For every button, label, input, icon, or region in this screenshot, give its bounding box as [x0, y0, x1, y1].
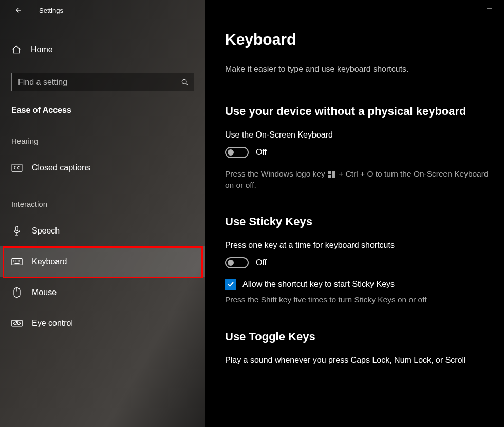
- page-title: Keyboard: [225, 31, 494, 48]
- page-subtitle: Make it easier to type and use keyboard …: [225, 65, 494, 74]
- section-heading-toggle: Use Toggle Keys: [225, 330, 494, 343]
- nav-label: Mouse: [32, 288, 57, 297]
- sticky-shortcut-label: Allow the shortcut key to start Sticky K…: [242, 280, 395, 289]
- eye-control-icon: [11, 319, 23, 328]
- home-label: Home: [31, 45, 53, 54]
- keyboard-icon: [11, 258, 23, 266]
- nav-label: Eye control: [32, 319, 73, 328]
- nav-eye-control[interactable]: Eye control: [0, 308, 206, 339]
- toggle-knob: [228, 149, 234, 156]
- sticky-keys-toggle[interactable]: [225, 257, 249, 268]
- back-button[interactable]: [9, 2, 26, 18]
- svg-point-0: [182, 79, 186, 84]
- windows-logo-icon: [328, 171, 335, 178]
- search-icon: [181, 78, 189, 86]
- svg-rect-1: [12, 164, 22, 171]
- content-panel: Keyboard Make it easier to type and use …: [206, 0, 504, 427]
- search-wrap: [11, 73, 194, 91]
- closed-captions-icon: [11, 164, 23, 172]
- group-hearing: Hearing: [0, 120, 206, 152]
- minimize-button[interactable]: [487, 5, 493, 11]
- sticky-shortcut-checkbox[interactable]: [225, 279, 236, 290]
- sticky-keys-label: Press one key at a time for keyboard sho…: [225, 241, 494, 250]
- nav-speech[interactable]: Speech: [0, 216, 206, 246]
- svg-point-6: [16, 322, 17, 324]
- onscreen-keyboard-label: Use the On-Screen Keyboard: [225, 130, 494, 140]
- nav-label: Speech: [32, 226, 60, 236]
- window-title: Settings: [39, 7, 63, 14]
- search-input[interactable]: [11, 73, 194, 91]
- svg-rect-9: [328, 175, 331, 178]
- mouse-icon: [11, 287, 23, 298]
- nav-label: Closed captions: [32, 163, 90, 172]
- nav-label: Keyboard: [32, 257, 67, 266]
- toggle-knob: [228, 260, 234, 266]
- check-icon: [227, 280, 235, 288]
- toggle-keys-label: Play a sound whenever you press Caps Loc…: [225, 356, 494, 365]
- svg-rect-8: [332, 171, 335, 174]
- section-heading-onscreen: Use your device without a physical keybo…: [225, 105, 494, 118]
- svg-rect-2: [16, 226, 18, 231]
- onscreen-keyboard-state: Off: [256, 148, 267, 157]
- home-nav[interactable]: Home: [0, 39, 206, 61]
- nav-mouse[interactable]: Mouse: [0, 277, 206, 308]
- svg-rect-7: [328, 171, 331, 174]
- svg-rect-10: [332, 174, 335, 178]
- arrow-left-icon: [13, 6, 22, 15]
- nav-closed-captions[interactable]: Closed captions: [0, 152, 206, 183]
- nav-keyboard[interactable]: Keyboard: [0, 246, 206, 277]
- titlebar: Settings: [0, 0, 206, 21]
- onscreen-keyboard-hint: Press the Windows logo key + Ctrl + O to…: [225, 168, 494, 191]
- microphone-icon: [11, 225, 23, 237]
- minimize-icon: [487, 5, 493, 11]
- category-heading: Ease of Access: [0, 91, 206, 120]
- sticky-keys-hint: Press the Shift key five times to turn S…: [225, 295, 494, 304]
- sticky-keys-state: Off: [256, 258, 267, 267]
- section-heading-sticky: Use Sticky Keys: [225, 215, 494, 228]
- sidebar: Settings Home Ease of Access Hearing Clo…: [0, 0, 206, 427]
- group-interaction: Interaction: [0, 183, 206, 216]
- onscreen-keyboard-toggle[interactable]: [225, 147, 249, 158]
- home-icon: [11, 45, 22, 55]
